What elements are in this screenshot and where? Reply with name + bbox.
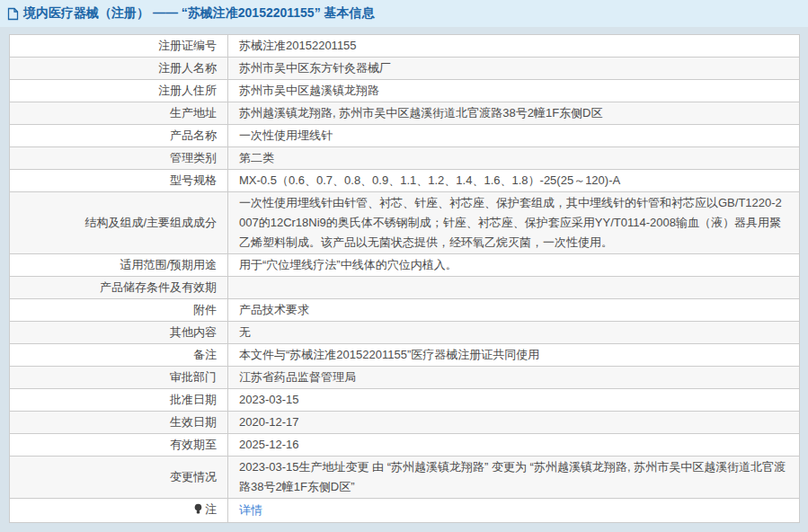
row-label: 生效日期	[10, 412, 228, 434]
row-label: 注册证编号	[10, 35, 228, 58]
row-label: 审批部门	[10, 367, 228, 389]
row-value: 2023-03-15生产地址变更 由 “苏州越溪镇龙翔路” 变更为 “苏州越溪镇…	[228, 457, 800, 499]
row-value: 苏州越溪镇龙翔路, 苏州市吴中区越溪街道北官渡路38号2幢1F东侧D区	[228, 102, 800, 125]
row-label: 注册人住所	[10, 80, 228, 102]
row-value: MX-0.5（0.6、0.7、0.8、0.9、1.1、1.2、1.4、1.6、1…	[228, 170, 800, 192]
document-icon	[7, 7, 19, 21]
table-row: 生产地址 苏州越溪镇龙翔路, 苏州市吴中区越溪街道北官渡路38号2幢1F东侧D区	[10, 102, 800, 125]
row-value: 2025-12-16	[228, 434, 800, 457]
row-label: 批准日期	[10, 389, 228, 412]
row-label: 有效期至	[10, 434, 228, 457]
row-label: 备注	[10, 344, 228, 367]
row-label: 产品名称	[10, 125, 228, 147]
row-value: 苏械注准20152201155	[228, 35, 800, 58]
table-row: 产品储存条件及有效期	[10, 277, 800, 299]
table-row: 注册人住所 苏州市吴中区越溪镇龙翔路	[10, 80, 800, 102]
page-header: 境内医疗器械（注册） —— “苏械注准20152201155” 基本信息	[0, 0, 808, 27]
table-row: 型号规格 MX-0.5（0.6、0.7、0.8、0.9、1.1、1.2、1.4、…	[10, 170, 800, 192]
row-label: 附件	[10, 299, 228, 322]
table-row: 变更情况 2023-03-15生产地址变更 由 “苏州越溪镇龙翔路” 变更为 “…	[10, 457, 800, 499]
table-row: 批准日期 2023-03-15	[10, 389, 800, 412]
row-label: 注	[10, 499, 228, 523]
bulb-icon	[193, 501, 203, 521]
table-row: 结构及组成/主要组成成分 一次性使用埋线针由针管、衬芯、针座、衬芯座、保护套组成…	[10, 192, 800, 254]
row-value: 本文件与“苏械注准20152201155”医疗器械注册证共同使用	[228, 344, 800, 367]
page-title: 境内医疗器械（注册） —— “苏械注准20152201155” 基本信息	[23, 5, 375, 22]
row-value: 一次性使用埋线针由针管、衬芯、针座、衬芯座、保护套组成，其中埋线针的针管和衬芯应…	[228, 192, 800, 254]
table-row: 注 详情	[10, 499, 800, 523]
row-label: 注册人名称	[10, 58, 228, 80]
table-row: 附件 产品技术要求	[10, 299, 800, 322]
table-row: 有效期至 2025-12-16	[10, 434, 800, 457]
row-label: 适用范围/预期用途	[10, 254, 228, 277]
row-label: 管理类别	[10, 147, 228, 170]
table-row: 备注 本文件与“苏械注准20152201155”医疗器械注册证共同使用	[10, 344, 800, 367]
row-value: 详情	[228, 499, 800, 523]
table-row: 生效日期 2020-12-17	[10, 412, 800, 434]
row-value: 苏州市吴中区东方针灸器械厂	[228, 58, 800, 80]
row-label: 型号规格	[10, 170, 228, 192]
row-value: 第二类	[228, 147, 800, 170]
row-label: 其他内容	[10, 322, 228, 344]
row-value: 用于“穴位埋线疗法”中线体的穴位内植入。	[228, 254, 800, 277]
details-link[interactable]: 详情	[239, 503, 262, 517]
row-label: 结构及组成/主要组成成分	[10, 192, 228, 254]
table-row: 审批部门 江苏省药品监督管理局	[10, 367, 800, 389]
table-row: 适用范围/预期用途 用于“穴位埋线疗法”中线体的穴位内植入。	[10, 254, 800, 277]
row-value: 2020-12-17	[228, 412, 800, 434]
table-row: 管理类别 第二类	[10, 147, 800, 170]
row-value	[228, 277, 800, 299]
row-value: 无	[228, 322, 800, 344]
row-value: 江苏省药品监督管理局	[228, 367, 800, 389]
registration-info-table: 注册证编号 苏械注准20152201155 注册人名称 苏州市吴中区东方针灸器械…	[9, 34, 800, 523]
table-row: 注册证编号 苏械注准20152201155	[10, 35, 800, 58]
row-value: 2023-03-15	[228, 389, 800, 412]
row-label: 生产地址	[10, 102, 228, 125]
row-value: 产品技术要求	[228, 299, 800, 322]
row-label: 产品储存条件及有效期	[10, 277, 228, 299]
table-row: 注册人名称 苏州市吴中区东方针灸器械厂	[10, 58, 800, 80]
row-value: 一次性使用埋线针	[228, 125, 800, 147]
row-value: 苏州市吴中区越溪镇龙翔路	[228, 80, 800, 102]
table-row: 其他内容 无	[10, 322, 800, 344]
row-label: 变更情况	[10, 457, 228, 499]
table-row: 产品名称 一次性使用埋线针	[10, 125, 800, 147]
